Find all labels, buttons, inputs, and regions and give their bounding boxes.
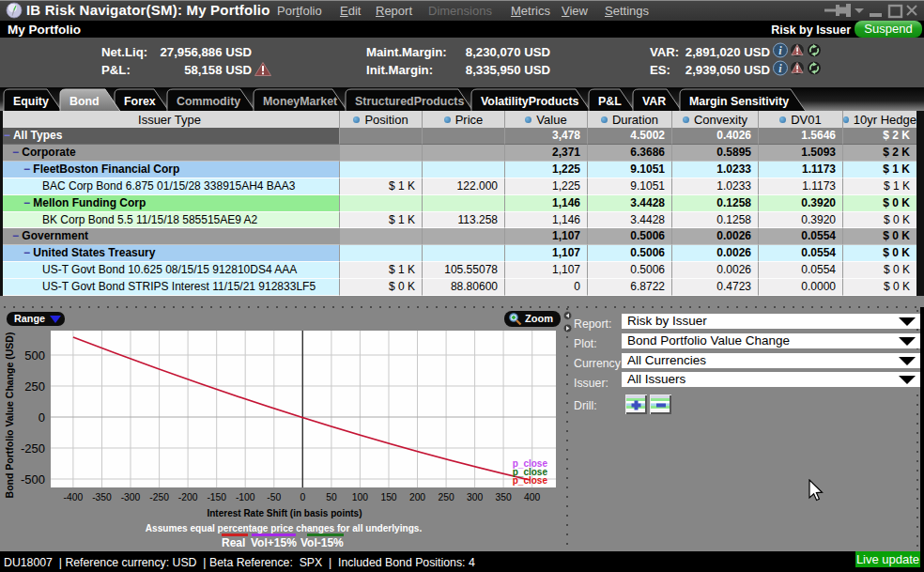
svg-text:Forex: Forex [124,95,156,108]
svg-text:Margin Sensitivity: Margin Sensitivity [689,95,789,108]
svg-text:MoneyMarket: MoneyMarket [263,95,337,108]
svg-text:300: 300 [467,492,483,502]
svg-text:0: 0 [300,492,305,502]
svg-text:500: 500 [24,348,45,363]
svg-text:50: 50 [326,492,337,502]
svg-text:Assumes equal percentage price: Assumes equal percentage price changes f… [146,523,423,533]
svg-text:-200: -200 [178,492,198,502]
svg-text:p_close: p_close [513,475,548,486]
svg-text:-350: -350 [92,492,112,502]
svg-text:250: 250 [439,492,454,502]
svg-text:-250: -250 [149,492,169,502]
svg-text:Commodity: Commodity [177,95,240,108]
svg-text:200: 200 [409,492,425,502]
svg-text:-150: -150 [207,492,226,502]
svg-text:VAR: VAR [642,95,666,108]
svg-text:150: 150 [380,492,396,502]
svg-text:250: 250 [24,379,45,394]
svg-text:StructuredProducts: StructuredProducts [355,95,464,108]
svg-text:-100: -100 [236,492,255,502]
svg-text:-300: -300 [121,492,141,502]
svg-text:100: 100 [352,492,368,502]
svg-text:Vol+15%: Vol+15% [251,536,297,549]
svg-text:350: 350 [496,492,512,502]
svg-text:-500: -500 [21,472,45,487]
svg-text:P&L: P&L [598,95,622,108]
svg-text:-250: -250 [21,441,45,456]
svg-text:Real: Real [222,536,245,549]
svg-text:-50: -50 [267,492,281,502]
svg-text:-400: -400 [64,492,84,502]
svg-text:0: 0 [38,410,45,425]
svg-text:Bond: Bond [69,95,100,108]
svg-text:Interest Rate Shift (in basis: Interest Rate Shift (in basis points) [207,508,362,518]
svg-text:VolatilityProducts: VolatilityProducts [481,95,579,108]
svg-text:Equity: Equity [13,95,49,108]
svg-text:Vol-15%: Vol-15% [300,536,344,549]
svg-text:400: 400 [524,492,540,502]
svg-text:Bond Portfolio Value Change (U: Bond Portfolio Value Change (USD) [4,332,15,499]
